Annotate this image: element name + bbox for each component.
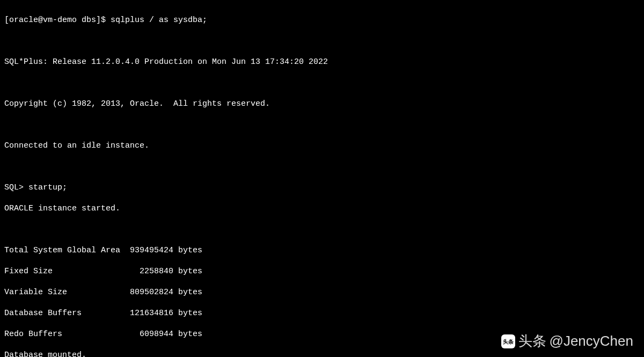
watermark-text: 头条 <box>518 332 546 351</box>
sql-command: startup; <box>28 183 67 192</box>
watermark-logo-icon: 头条 <box>501 334 515 348</box>
instance-started: ORACLE instance started. <box>4 203 640 214</box>
copyright: Copyright (c) 1982, 2013, Oracle. All ri… <box>4 99 640 110</box>
watermark: 头条 头条 @JencyChen <box>501 332 633 351</box>
db-mounted: Database mounted. <box>4 350 640 358</box>
memory-line: Database Buffers 121634816 bytes <box>4 308 640 319</box>
shell-prompt: [oracle@vm-demo dbs]$ <box>4 16 111 25</box>
memory-line: Fixed Size 2258840 bytes <box>4 266 640 277</box>
connected-status: Connected to an idle instance. <box>4 141 640 151</box>
shell-command: sqlplus / as sysdba; <box>111 16 207 25</box>
shell-line: [oracle@vm-demo dbs]$ sqlplus / as sysdb… <box>4 15 640 26</box>
sql-prompt: SQL> <box>4 183 28 192</box>
sql-line: SQL> startup; <box>4 183 640 193</box>
blank-line <box>4 120 640 130</box>
sqlplus-banner: SQL*Plus: Release 11.2.0.4.0 Production … <box>4 57 640 68</box>
blank-line <box>4 162 640 172</box>
blank-line <box>4 36 640 47</box>
terminal-output[interactable]: [oracle@vm-demo dbs]$ sqlplus / as sysdb… <box>4 4 640 357</box>
memory-line: Variable Size 809502824 bytes <box>4 287 640 298</box>
blank-line <box>4 224 640 235</box>
blank-line <box>4 78 640 89</box>
memory-line: Total System Global Area 939495424 bytes <box>4 245 640 256</box>
watermark-handle: @JencyChen <box>550 332 633 351</box>
